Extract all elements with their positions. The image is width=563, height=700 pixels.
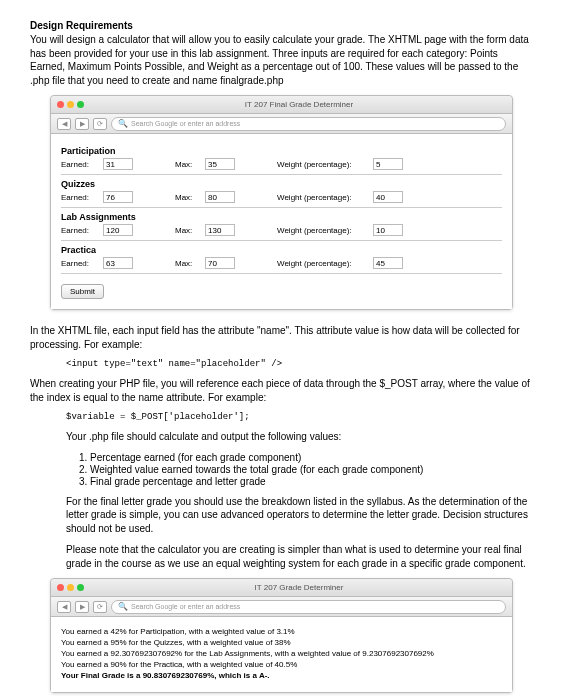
form-body: Participation Earned: Max: Weight (perce… bbox=[51, 134, 512, 309]
address-bar[interactable]: 🔍Search Google or enter an address bbox=[111, 117, 506, 131]
max-label: Max: bbox=[175, 226, 199, 235]
values-list: Percentage earned (for each grade compon… bbox=[90, 452, 533, 487]
weight-label: Weight (percentage): bbox=[277, 160, 367, 169]
lab-earned-input[interactable] bbox=[103, 224, 133, 236]
post-array-paragraph: When creating your PHP file, you will re… bbox=[30, 377, 533, 404]
participation-earned-input[interactable] bbox=[103, 158, 133, 170]
form-screenshot: IT 207 Final Grade Determiner ◀ ▶ ⟳ 🔍Sea… bbox=[50, 95, 513, 310]
lab-heading: Lab Assignments bbox=[61, 212, 502, 222]
weight-label: Weight (percentage): bbox=[277, 259, 367, 268]
practica-row: Earned: Max: Weight (percentage): bbox=[61, 257, 502, 269]
list-item: Percentage earned (for each grade compon… bbox=[90, 452, 533, 463]
letter-grade-paragraph: For the final letter grade you should us… bbox=[66, 495, 533, 536]
quizzes-row: Earned: Max: Weight (percentage): bbox=[61, 191, 502, 203]
titlebar: IT 207 Grade Determiner bbox=[51, 579, 512, 597]
forward-icon[interactable]: ▶ bbox=[75, 118, 89, 130]
list-item: Final grade percentage and letter grade bbox=[90, 476, 533, 487]
close-icon bbox=[57, 584, 64, 591]
close-icon bbox=[57, 101, 64, 108]
titlebar: IT 207 Final Grade Determiner bbox=[51, 96, 512, 114]
output-line: You earned a 95% for the Quizzes, with a… bbox=[61, 638, 502, 647]
maximize-icon bbox=[77, 584, 84, 591]
earned-label: Earned: bbox=[61, 193, 97, 202]
values-intro: Your .php file should calculate and outp… bbox=[66, 430, 533, 444]
output-line: You earned a 42% for Participation, with… bbox=[61, 627, 502, 636]
minimize-icon bbox=[67, 584, 74, 591]
output-line: You earned a 90% for the Practica, with … bbox=[61, 660, 502, 669]
search-icon: 🔍 bbox=[118, 601, 128, 613]
address-bar[interactable]: 🔍Search Google or enter an address bbox=[111, 600, 506, 614]
output-final-line: Your Final Grade is a 90.830769230769%, … bbox=[61, 671, 502, 680]
lab-max-input[interactable] bbox=[205, 224, 235, 236]
output-line: You earned a 92.307692307692% for the La… bbox=[61, 649, 502, 658]
participation-row: Earned: Max: Weight (percentage): bbox=[61, 158, 502, 170]
lab-row: Earned: Max: Weight (percentage): bbox=[61, 224, 502, 236]
address-placeholder: Search Google or enter an address bbox=[131, 601, 240, 613]
max-label: Max: bbox=[175, 160, 199, 169]
back-icon[interactable]: ◀ bbox=[57, 118, 71, 130]
reload-icon[interactable]: ⟳ bbox=[93, 601, 107, 613]
section-heading: Design Requirements bbox=[30, 20, 533, 31]
practica-weight-input[interactable] bbox=[373, 257, 403, 269]
submit-button[interactable]: Submit bbox=[61, 284, 104, 299]
practica-max-input[interactable] bbox=[205, 257, 235, 269]
quizzes-max-input[interactable] bbox=[205, 191, 235, 203]
minimize-icon bbox=[67, 101, 74, 108]
output-screenshot: IT 207 Grade Determiner ◀ ▶ ⟳ 🔍Search Go… bbox=[50, 578, 513, 693]
traffic-lights bbox=[57, 584, 84, 591]
toolbar: ◀ ▶ ⟳ 🔍Search Google or enter an address bbox=[51, 597, 512, 617]
max-label: Max: bbox=[175, 193, 199, 202]
toolbar: ◀ ▶ ⟳ 🔍Search Google or enter an address bbox=[51, 114, 512, 134]
practica-heading: Practica bbox=[61, 245, 502, 255]
address-placeholder: Search Google or enter an address bbox=[131, 118, 240, 130]
code-post-example: $variable = $_POST['placeholder']; bbox=[66, 412, 533, 422]
traffic-lights bbox=[57, 101, 84, 108]
participation-heading: Participation bbox=[61, 146, 502, 156]
participation-max-input[interactable] bbox=[205, 158, 235, 170]
weight-label: Weight (percentage): bbox=[277, 193, 367, 202]
output-body: You earned a 42% for Participation, with… bbox=[51, 617, 512, 692]
note-paragraph: Please note that the calculator you are … bbox=[66, 543, 533, 570]
code-input-example: <input type="text" name="placeholder" /> bbox=[66, 359, 533, 369]
practica-earned-input[interactable] bbox=[103, 257, 133, 269]
reload-icon[interactable]: ⟳ bbox=[93, 118, 107, 130]
quizzes-weight-input[interactable] bbox=[373, 191, 403, 203]
list-item: Weighted value earned towards the total … bbox=[90, 464, 533, 475]
earned-label: Earned: bbox=[61, 226, 97, 235]
quizzes-heading: Quizzes bbox=[61, 179, 502, 189]
search-icon: 🔍 bbox=[118, 118, 128, 130]
weight-label: Weight (percentage): bbox=[277, 226, 367, 235]
maximize-icon bbox=[77, 101, 84, 108]
earned-label: Earned: bbox=[61, 160, 97, 169]
forward-icon[interactable]: ▶ bbox=[75, 601, 89, 613]
max-label: Max: bbox=[175, 259, 199, 268]
intro-paragraph: You will design a calculator that will a… bbox=[30, 33, 533, 87]
participation-weight-input[interactable] bbox=[373, 158, 403, 170]
window-title: IT 207 Final Grade Determiner bbox=[92, 100, 506, 109]
name-attribute-paragraph: In the XHTML file, each input field has … bbox=[30, 324, 533, 351]
back-icon[interactable]: ◀ bbox=[57, 601, 71, 613]
quizzes-earned-input[interactable] bbox=[103, 191, 133, 203]
window-title: IT 207 Grade Determiner bbox=[92, 583, 506, 592]
lab-weight-input[interactable] bbox=[373, 224, 403, 236]
earned-label: Earned: bbox=[61, 259, 97, 268]
